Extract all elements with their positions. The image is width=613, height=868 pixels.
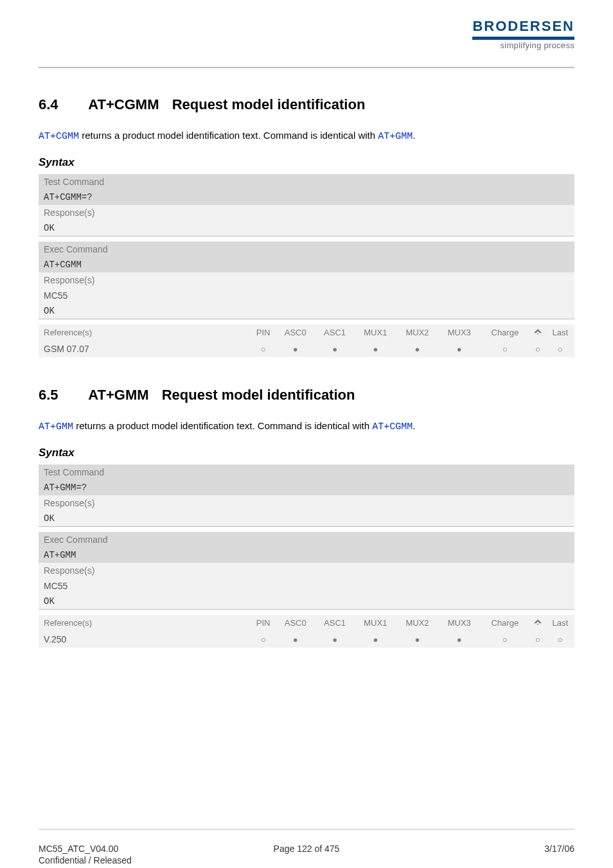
- command-link[interactable]: AT+CGMM: [372, 421, 413, 432]
- ref-col-mux1: MUX1: [355, 615, 396, 632]
- exec-command-label: Exec Command: [39, 242, 574, 257]
- ref-cell: ●: [438, 631, 480, 648]
- ref-cell: ●: [315, 631, 354, 648]
- ref-cell: ●: [355, 631, 396, 648]
- syntax-block-6-5: Test Command AT+GMM=? Response(s) OK Exe…: [39, 465, 574, 648]
- ref-cell: ●: [276, 341, 315, 357]
- section-number: 6.5: [39, 387, 85, 403]
- ref-col-charge: Charge: [480, 324, 529, 341]
- reference-table-6-4: Reference(s) PIN ASC0 ASC1 MUX1 MUX2 MUX…: [39, 324, 574, 358]
- syntax-table: Test Command AT+CGMM=? Response(s) OK Ex…: [39, 174, 574, 324]
- syntax-block-6-4: Test Command AT+CGMM=? Response(s) OK Ex…: [39, 174, 574, 358]
- intro-end: .: [413, 130, 415, 141]
- reference-label: Reference(s): [39, 615, 251, 632]
- ref-col-pin: PIN: [251, 615, 276, 632]
- ref-col-asc0: ASC0: [276, 615, 315, 632]
- brand-underline: [472, 37, 574, 40]
- test-command-label: Test Command: [39, 174, 574, 190]
- brand-logo: BRODERSEN simplifying process: [472, 18, 574, 50]
- ref-col-asc1: ASC1: [315, 324, 354, 341]
- test-command-value: AT+CGMM=?: [39, 190, 574, 205]
- exec-command-value: AT+GMM: [39, 547, 574, 563]
- section-heading-6-4: 6.4 AT+CGMM Request model identification: [39, 96, 574, 113]
- ref-col-mux1: MUX1: [355, 324, 396, 341]
- intro-text: returns a product model identification t…: [73, 420, 372, 431]
- test-command-label: Test Command: [39, 465, 574, 480]
- responses-label: Response(s): [39, 495, 574, 511]
- ref-cell: ○: [529, 631, 546, 648]
- intro-text: returns a product model identification t…: [79, 130, 378, 141]
- response-model: MC55: [39, 578, 574, 594]
- responses-label: Response(s): [39, 205, 574, 220]
- section-command: AT+GMM: [88, 387, 148, 403]
- header-divider: [39, 67, 574, 68]
- response-model: MC55: [39, 288, 574, 303]
- ref-cell: ○: [480, 631, 529, 648]
- ref-cell: ○: [546, 341, 574, 357]
- ref-col-asc0: ASC0: [276, 324, 315, 341]
- reference-name: V.250: [39, 631, 251, 648]
- syntax-heading: Syntax: [39, 156, 574, 169]
- ref-cell: ○: [546, 631, 574, 648]
- ref-col-mux2: MUX2: [396, 615, 438, 632]
- ref-col-airplane-icon: [529, 324, 546, 341]
- command-link[interactable]: AT+GMM: [39, 421, 73, 432]
- ref-cell: ●: [396, 631, 438, 648]
- command-link[interactable]: AT+CGMM: [39, 131, 79, 142]
- response-ok: OK: [39, 303, 574, 319]
- ref-col-pin: PIN: [251, 324, 276, 341]
- response-ok: OK: [39, 220, 574, 236]
- ref-cell: ●: [276, 631, 315, 648]
- ref-col-mux3: MUX3: [438, 324, 480, 341]
- exec-command-label: Exec Command: [39, 532, 574, 547]
- ref-cell: ○: [251, 341, 276, 357]
- test-command-value: AT+GMM=?: [39, 480, 574, 495]
- ref-col-airplane-icon: [529, 615, 546, 632]
- ref-col-charge: Charge: [480, 615, 529, 632]
- ref-cell: ●: [438, 341, 480, 357]
- ref-col-last: Last: [546, 615, 574, 632]
- ref-cell: ●: [355, 341, 396, 357]
- ref-col-mux3: MUX3: [438, 615, 480, 632]
- responses-label: Response(s): [39, 272, 574, 288]
- page-footer: MC55_ATC_V04.00 Page 122 of 475 3/17/06: [39, 844, 574, 854]
- reference-name: GSM 07.07: [39, 341, 251, 357]
- responses-label: Response(s): [39, 563, 574, 578]
- section-intro-6-4: AT+CGMM returns a product model identifi…: [39, 128, 574, 145]
- brand-tagline: simplifying process: [472, 40, 574, 50]
- reference-table-6-5: Reference(s) PIN ASC0 ASC1 MUX1 MUX2 MUX…: [39, 615, 574, 648]
- ref-cell: ●: [396, 341, 438, 357]
- syntax-table: Test Command AT+GMM=? Response(s) OK Exe…: [39, 465, 574, 615]
- section-heading-6-5: 6.5 AT+GMM Request model identification: [39, 387, 574, 403]
- ref-col-asc1: ASC1: [315, 615, 354, 632]
- ref-cell: ○: [480, 341, 529, 357]
- section-command: AT+CGMM: [88, 96, 159, 112]
- response-ok: OK: [39, 594, 574, 610]
- section-title: Request model identification: [172, 96, 366, 112]
- brand-name: BRODERSEN: [472, 18, 574, 35]
- ref-col-last: Last: [546, 324, 574, 341]
- syntax-heading: Syntax: [39, 447, 574, 459]
- ref-cell: ○: [251, 631, 276, 648]
- exec-command-value: AT+CGMM: [39, 257, 574, 272]
- section-number: 6.4: [39, 96, 85, 113]
- footer-divider: [39, 829, 574, 829]
- ref-cell: ○: [529, 341, 546, 357]
- section-title: Request model identification: [162, 387, 355, 403]
- footer-page-number: Page 122 of 475: [39, 844, 574, 854]
- intro-end: .: [413, 420, 415, 431]
- reference-label: Reference(s): [39, 324, 251, 341]
- ref-col-mux2: MUX2: [396, 324, 438, 341]
- section-intro-6-5: AT+GMM returns a product model identific…: [39, 419, 574, 435]
- footer-confidentiality: Confidential / Released: [39, 855, 132, 865]
- ref-cell: ●: [315, 341, 354, 357]
- response-ok: OK: [39, 511, 574, 527]
- command-link[interactable]: AT+GMM: [378, 131, 413, 142]
